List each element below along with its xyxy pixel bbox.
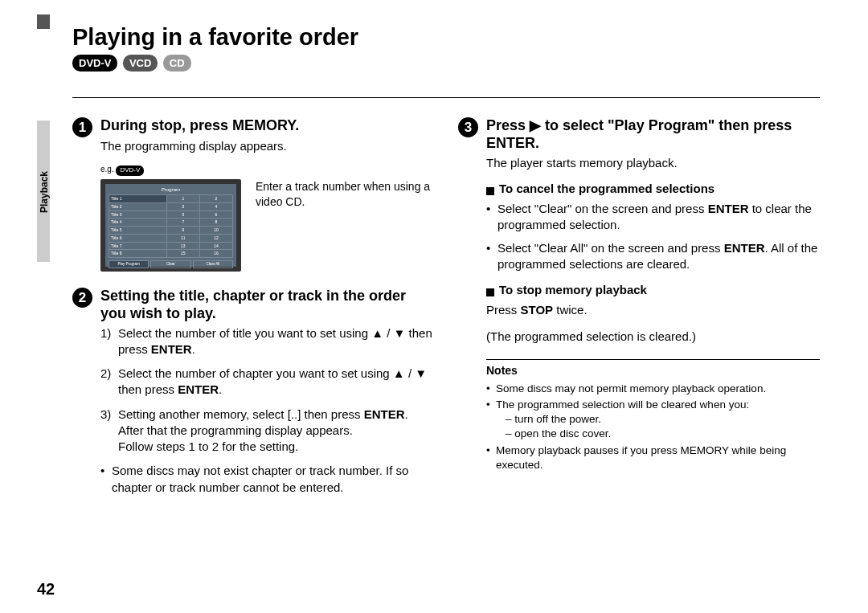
program-display: Program Title 112 Title 234 Title 356 Ti… bbox=[100, 179, 241, 272]
step-number-1: 1 bbox=[72, 117, 92, 137]
program-table: Title 112 Title 234 Title 356 Title 478 … bbox=[108, 194, 233, 258]
step1-eg: e.g. DVD-V bbox=[100, 164, 434, 176]
eg-badge: DVD-V bbox=[116, 166, 144, 176]
badge-dvdv: DVD-V bbox=[72, 55, 117, 72]
notes-title: Notes bbox=[486, 363, 820, 378]
step3-header: 3 Press ▶ to select "Play Program" then … bbox=[458, 116, 820, 153]
step3-desc: The player starts memory playback. bbox=[486, 155, 820, 171]
btn-clear: Clear bbox=[150, 260, 190, 268]
left-column: 1 During stop, press MEMORY. The program… bbox=[72, 116, 434, 502]
btn-play-program: Play Program bbox=[108, 260, 149, 268]
step1-header: 1 During stop, press MEMORY. bbox=[72, 116, 434, 136]
notes-list: Some discs may not permit memory playbac… bbox=[486, 382, 820, 472]
step1-title: During stop, press MEMORY. bbox=[100, 116, 299, 135]
square-icon bbox=[486, 288, 494, 296]
stop-title: To stop memory playback bbox=[499, 282, 647, 298]
step3-title: Press ▶ to select "Play Program" then pr… bbox=[486, 116, 820, 153]
step1-desc: The programming display appears. bbox=[100, 138, 434, 154]
display-caption: Enter a track number when using a video … bbox=[256, 179, 434, 210]
step2-notes: Some discs may not exist chapter or trac… bbox=[100, 463, 434, 496]
cancel-title: To cancel the programmed selections bbox=[499, 181, 714, 197]
square-icon bbox=[486, 187, 494, 195]
notes-divider bbox=[486, 359, 820, 360]
step2-title: Setting the title, chapter or track in t… bbox=[100, 287, 434, 323]
stop-p1: Press STOP twice. bbox=[486, 302, 820, 318]
stop-p2: (The programmed selection is cleared.) bbox=[486, 329, 820, 345]
program-title: Program bbox=[108, 186, 233, 193]
step2-list: 1)Select the number of title you want to… bbox=[100, 325, 434, 456]
step-number-3: 3 bbox=[458, 117, 478, 137]
badge-cd: CD bbox=[163, 55, 191, 72]
right-column: 3 Press ▶ to select "Play Program" then … bbox=[458, 116, 820, 502]
page-content: Playing in a favorite order DVD-V VCD CD… bbox=[0, 0, 868, 502]
eg-text: e.g. bbox=[100, 165, 114, 174]
divider bbox=[72, 97, 820, 98]
step-number-2: 2 bbox=[72, 288, 92, 308]
page-number: 42 bbox=[37, 580, 55, 599]
page-title: Playing in a favorite order bbox=[72, 24, 820, 51]
step2-header: 2 Setting the title, chapter or track in… bbox=[72, 286, 434, 323]
format-badges: DVD-V VCD CD bbox=[72, 55, 820, 72]
side-tab-marks bbox=[37, 0, 64, 262]
badge-vcd: VCD bbox=[123, 55, 158, 72]
cancel-bullets: Select "Clear" on the screen and press E… bbox=[486, 201, 820, 272]
section-tab: Playback bbox=[39, 171, 50, 213]
btn-clear-all: Clear All bbox=[193, 260, 233, 268]
